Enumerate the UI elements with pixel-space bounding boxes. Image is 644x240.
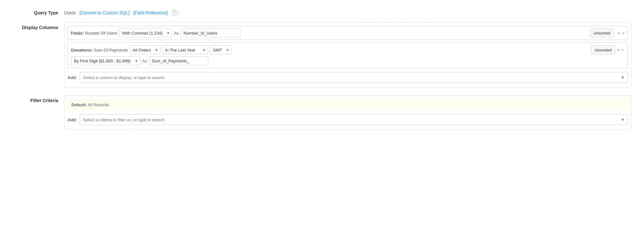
add-column-label: Add:	[68, 75, 77, 80]
donations-groupby-select-wrap[interactable]: By First Digit ($1,000 - $1,999) By Tens…	[71, 56, 140, 65]
add-column-row: Add: ▼	[68, 71, 628, 84]
donations-alias-input[interactable]	[149, 56, 208, 65]
filter-criteria-row: Filter Criteria Default: All Records Add…	[13, 95, 631, 130]
help-icon[interactable]: ?	[172, 10, 178, 16]
filter-default-text: Default: All Records	[71, 102, 109, 107]
add-column-search-wrap[interactable]: ▼	[80, 72, 628, 83]
donations-as-label: As	[142, 59, 147, 63]
add-column-search-input[interactable]	[80, 72, 628, 83]
display-columns-row: Display Columns Totals: Number Of Users …	[13, 22, 631, 88]
donations-time-select[interactable]: All Orders This Year Last Year	[130, 45, 160, 54]
donations-row1: Donations: Sum Of Payments All Orders Th…	[71, 45, 624, 54]
donations-menu-icon[interactable]: ≡	[617, 47, 620, 52]
totals-format-select[interactable]: With Commas (1,234) No Commas (1234) Rou…	[119, 28, 172, 37]
donations-time-select-wrap[interactable]: All Orders This Year Last Year ▼	[130, 45, 160, 54]
totals-format-select-wrap[interactable]: With Commas (1,234) No Commas (1234) Rou…	[119, 28, 172, 37]
field-reference-link[interactable]: [Field Reference]	[133, 10, 168, 15]
filter-criteria-panel: Default: All Records Add: ▼	[64, 95, 631, 130]
donations-close-icon[interactable]: ×	[622, 47, 624, 52]
filter-criteria-label: Filter Criteria	[13, 95, 64, 103]
add-filter-label: Add:	[68, 117, 77, 122]
donations-timezone-select-wrap[interactable]: GMT EST PST ▼	[210, 45, 231, 54]
query-type-row: Query Type Users [Convert to Custom SQL]…	[13, 10, 631, 16]
donations-source-label: Donations: Sum Of Payments	[71, 48, 128, 52]
totals-close-icon[interactable]: ×	[622, 30, 625, 36]
filter-default-row: Default: All Records	[68, 99, 628, 110]
column-row-totals: Totals: Number Of Users With Commas (1,2…	[68, 26, 628, 40]
query-type-value: Users	[64, 10, 76, 15]
display-columns-label: Display Columns	[13, 22, 64, 30]
add-filter-row: Add: ▼	[68, 113, 628, 126]
add-filter-search-wrap[interactable]: ▼	[80, 114, 628, 125]
donations-period-select-wrap[interactable]: In The Last Year In The Last Month Year …	[162, 45, 208, 54]
donations-sort-button[interactable]: Unsorted	[591, 45, 615, 54]
query-type-content: Users [Convert to Custom SQL] [Field Ref…	[64, 10, 178, 16]
donations-period-select[interactable]: In The Last Year In The Last Month Year …	[162, 45, 208, 54]
totals-source-label: Totals: Number Of Users	[70, 31, 117, 36]
donations-timezone-select[interactable]: GMT EST PST	[210, 45, 231, 54]
totals-alias-input[interactable]	[181, 28, 240, 37]
totals-menu-icon[interactable]: ≡	[618, 30, 620, 36]
query-type-label: Query Type	[13, 10, 64, 15]
donations-groupby-select[interactable]: By First Digit ($1,000 - $1,999) By Tens…	[71, 56, 140, 65]
column-row-totals-inner: Totals: Number Of Users With Commas (1,2…	[70, 28, 614, 37]
totals-sort-button[interactable]: Unsorted	[590, 28, 614, 37]
totals-row-actions: ≡ ×	[618, 30, 625, 36]
column-row-donations: Donations: Sum Of Payments All Orders Th…	[68, 43, 628, 68]
add-filter-search-input[interactable]	[80, 114, 628, 125]
totals-as-label: As	[174, 31, 179, 36]
donations-row2: By First Digit ($1,000 - $1,999) By Tens…	[71, 56, 624, 65]
display-columns-panel: Totals: Number Of Users With Commas (1,2…	[64, 22, 631, 88]
convert-to-sql-link[interactable]: [Convert to Custom SQL]	[80, 10, 130, 15]
